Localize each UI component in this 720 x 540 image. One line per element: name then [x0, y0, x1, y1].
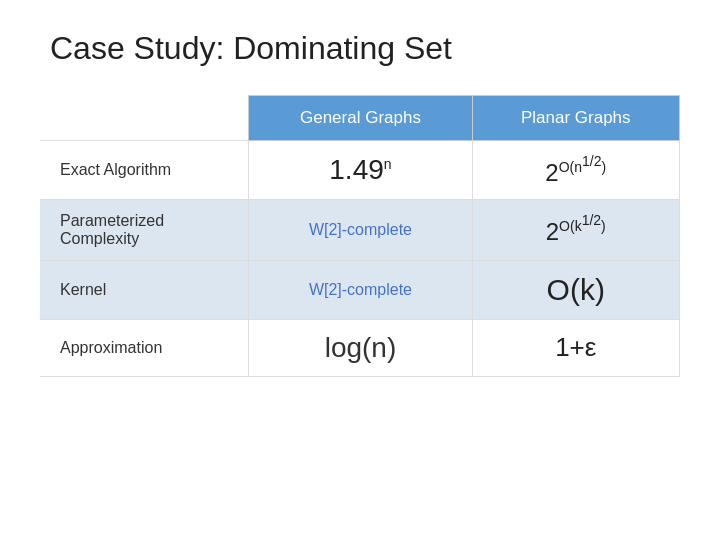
col-header-empty: [40, 96, 249, 141]
table-row: Exact Algorithm 1.49n 2O(n1/2): [40, 141, 680, 200]
col-header-planar: Planar Graphs: [472, 96, 680, 141]
row-label-exact: Exact Algorithm: [40, 141, 249, 200]
row-general-kernel: W[2]-complete: [249, 260, 472, 319]
row-general-parameterized: W[2]-complete: [249, 199, 472, 260]
table-row: Kernel W[2]-complete O(k): [40, 260, 680, 319]
table-row: Approximation log(n) 1+ε: [40, 319, 680, 376]
page-title: Case Study: Dominating Set: [50, 30, 452, 67]
row-planar-approx: 1+ε: [472, 319, 680, 376]
row-general-approx: log(n): [249, 319, 472, 376]
row-label-kernel: Kernel: [40, 260, 249, 319]
table-row: Parameterized Complexity W[2]-complete 2…: [40, 199, 680, 260]
comparison-table: General Graphs Planar Graphs Exact Algor…: [40, 95, 680, 377]
row-planar-parameterized: 2O(k1/2): [472, 199, 680, 260]
col-header-general: General Graphs: [249, 96, 472, 141]
row-label-approx: Approximation: [40, 319, 249, 376]
row-planar-exact: 2O(n1/2): [472, 141, 680, 200]
row-general-exact: 1.49n: [249, 141, 472, 200]
row-label-parameterized: Parameterized Complexity: [40, 199, 249, 260]
row-planar-kernel: O(k): [472, 260, 680, 319]
